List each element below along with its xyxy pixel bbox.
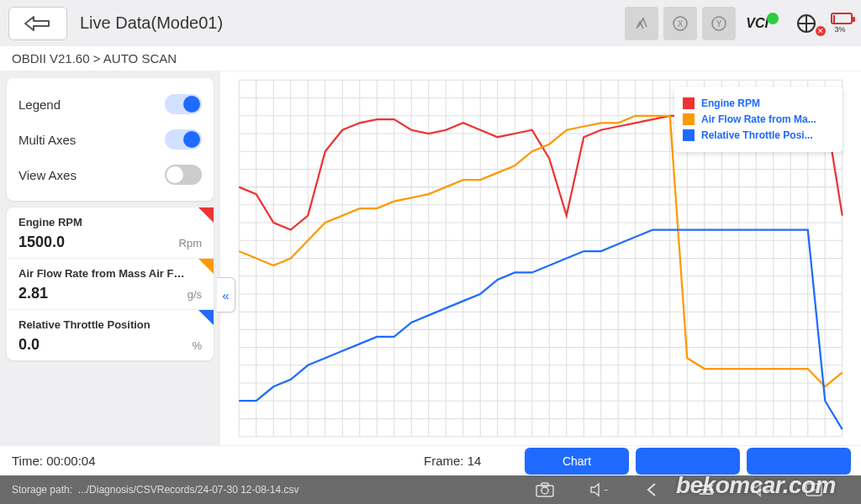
view-axes-toggle[interactable] xyxy=(165,165,202,185)
color-marker-icon xyxy=(198,259,214,274)
breadcrumb: OBDII V21.60 > AUTO SCAN xyxy=(0,46,861,71)
param-name: Air Flow Rate from Mass Air Flow S... xyxy=(18,267,202,280)
vci-status-icon: VCI xyxy=(746,16,780,31)
legend-toggle[interactable] xyxy=(165,94,202,114)
brush-icon[interactable] xyxy=(625,7,658,40)
legend-toggle-label: Legend xyxy=(18,97,61,112)
y-axis-button[interactable]: Y xyxy=(702,7,736,40)
param-card[interactable]: Air Flow Rate from Mass Air Flow S... 2.… xyxy=(7,258,214,309)
time-display: Time: 00:00:04 xyxy=(12,454,424,468)
legend-item: Relative Throttle Posi... xyxy=(683,129,834,141)
frame-display: Frame: 14 xyxy=(424,454,525,468)
chart-area[interactable]: Engine RPM Air Flow Rate from Ma... Rela… xyxy=(220,71,861,445)
sidebar: Legend Multi Axes View Axes Engine RPM 1… xyxy=(0,71,220,445)
legend-item: Engine RPM xyxy=(683,97,834,109)
svg-rect-63 xyxy=(541,483,548,486)
back-button[interactable] xyxy=(8,7,67,40)
svg-point-62 xyxy=(541,487,548,494)
param-name: Engine RPM xyxy=(18,216,202,228)
network-icon: ✕ xyxy=(790,14,822,33)
param-value: 2.81 xyxy=(18,285,48,302)
menu-icon[interactable] xyxy=(696,481,716,498)
svg-text:Y: Y xyxy=(716,19,722,29)
chart-button[interactable]: Chart xyxy=(525,448,629,475)
multi-axes-toggle-label: Multi Axes xyxy=(18,133,76,147)
param-unit: Rpm xyxy=(179,237,202,249)
legend-item: Air Flow Rate from Ma... xyxy=(683,113,834,125)
param-name: Relative Throttle Position xyxy=(18,318,202,331)
screenshot-icon[interactable] xyxy=(804,481,824,498)
action-button-2[interactable] xyxy=(636,448,740,475)
param-unit: % xyxy=(192,339,202,352)
color-marker-icon xyxy=(198,207,214,223)
color-marker-icon xyxy=(198,310,214,325)
x-axis-button[interactable]: X xyxy=(663,7,697,40)
multi-axes-toggle[interactable] xyxy=(165,129,202,150)
camera-icon[interactable] xyxy=(535,481,555,498)
view-axes-toggle-label: View Axes xyxy=(18,168,77,182)
page-title: Live Data(Mode01) xyxy=(80,13,625,33)
svg-text:X: X xyxy=(678,19,684,29)
back-nav-icon[interactable] xyxy=(642,481,663,498)
volume-up-icon[interactable]: + xyxy=(750,481,770,498)
param-value: 0.0 xyxy=(18,336,40,354)
param-unit: g/s xyxy=(188,288,202,301)
action-button-3[interactable] xyxy=(747,448,851,475)
chart-legend: Engine RPM Air Flow Rate from Ma... Rela… xyxy=(674,87,843,152)
svg-text:−: − xyxy=(604,485,608,495)
param-card[interactable]: Engine RPM 1500.0 Rpm xyxy=(7,207,214,258)
svg-text:+: + xyxy=(764,485,769,495)
param-value: 1500.0 xyxy=(18,234,65,251)
battery-indicator: 3% xyxy=(827,13,853,34)
param-card[interactable]: Relative Throttle Position 0.0 % xyxy=(7,309,214,360)
storage-path-display: Storage path: .../Diagnosis/CSVRecords/2… xyxy=(12,484,535,496)
volume-down-icon[interactable]: − xyxy=(589,481,609,498)
